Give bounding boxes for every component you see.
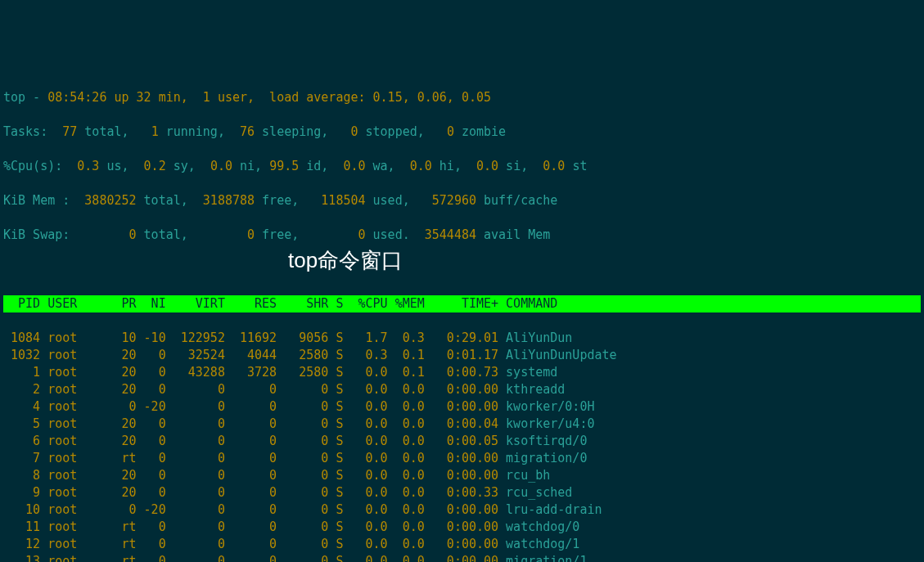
process-command: migration/1 [506,554,587,562]
column-header[interactable]: PID USER PR NI VIRT RES SHR S %CPU %MEM … [3,295,921,312]
process-command: rcu_sched [506,485,572,500]
process-row[interactable]: 4 root 0 -20 0 0 0 S 0.0 0.0 0:00.00 kwo… [3,398,921,416]
process-stats: 12 root rt 0 0 0 0 S 0.0 0.0 0:00.00 [3,537,506,551]
process-row[interactable]: 1032 root 20 0 32524 4044 2580 S 0.3 0.1… [3,347,921,364]
process-command: migration/0 [506,451,587,465]
process-stats: 11 root rt 0 0 0 0 S 0.0 0.0 0:00.00 [3,519,506,534]
process-stats: 8 root 20 0 0 0 0 S 0.0 0.0 0:00.00 [3,468,506,483]
mem-line: KiB Mem : 3880252 total, 3188788 free, 1… [3,192,921,209]
uptime-line: top - 08:54:26 up 32 min, 1 user, load a… [3,89,921,106]
process-stats: 5 root 20 0 0 0 0 S 0.0 0.0 0:00.04 [3,416,506,431]
process-stats: 1 root 20 0 43288 3728 2580 S 0.0 0.1 0:… [3,365,506,380]
process-row[interactable]: 13 root rt 0 0 0 0 S 0.0 0.0 0:00.00 mig… [3,553,921,562]
cpu-line: %Cpu(s): 0.3 us, 0.2 sy, 0.0 ni, 99.5 id… [3,158,921,175]
process-command: lru-add-drain [506,502,602,517]
process-command: kworker/0:0H [506,399,594,414]
process-command: systemd [506,365,557,380]
process-row[interactable]: 6 root 20 0 0 0 0 S 0.0 0.0 0:00.05 ksof… [3,433,921,450]
process-stats: 9 root 20 0 0 0 0 S 0.0 0.0 0:00.33 [3,485,506,500]
process-row[interactable]: 2 root 20 0 0 0 0 S 0.0 0.0 0:00.00 kthr… [3,381,921,398]
process-command: kworker/u4:0 [506,416,594,431]
process-stats: 10 root 0 -20 0 0 0 S 0.0 0.0 0:00.00 [3,502,506,517]
process-row[interactable]: 1084 root 10 -10 122952 11692 9056 S 1.7… [3,330,921,347]
process-row[interactable]: 10 root 0 -20 0 0 0 S 0.0 0.0 0:00.00 lr… [3,501,921,519]
process-command: AliYunDunUpdate [506,348,616,362]
process-row[interactable]: 7 root rt 0 0 0 0 S 0.0 0.0 0:00.00 migr… [3,450,921,467]
process-row[interactable]: 12 root rt 0 0 0 0 S 0.0 0.0 0:00.00 wat… [3,536,921,553]
process-row[interactable]: 11 root rt 0 0 0 0 S 0.0 0.0 0:00.00 wat… [3,519,921,536]
process-command: watchdog/0 [506,519,579,534]
process-command: watchdog/1 [506,537,579,551]
process-stats: 4 root 0 -20 0 0 0 S 0.0 0.0 0:00.00 [3,399,506,414]
swap-line: KiB Swap: 0 total, 0 free, 0 used. 35444… [3,227,921,244]
process-stats: 6 root 20 0 0 0 0 S 0.0 0.0 0:00.05 [3,434,506,448]
process-stats: 13 root rt 0 0 0 0 S 0.0 0.0 0:00.00 [3,554,506,562]
process-row[interactable]: 1 root 20 0 43288 3728 2580 S 0.0 0.1 0:… [3,364,921,381]
terminal-output[interactable]: top - 08:54:26 up 32 min, 1 user, load a… [0,69,924,562]
process-stats: 1084 root 10 -10 122952 11692 9056 S 1.7… [3,330,506,345]
process-command: kthreadd [506,382,565,397]
process-stats: 7 root rt 0 0 0 0 S 0.0 0.0 0:00.00 [3,451,506,465]
process-command: rcu_bh [506,468,550,483]
process-row[interactable]: 9 root 20 0 0 0 0 S 0.0 0.0 0:00.33 rcu_… [3,484,921,501]
tasks-line: Tasks: 77 total, 1 running, 76 sleeping,… [3,124,921,141]
process-command: AliYunDun [506,330,572,345]
process-row[interactable]: 5 root 20 0 0 0 0 S 0.0 0.0 0:00.04 kwor… [3,416,921,433]
process-stats: 1032 root 20 0 32524 4044 2580 S 0.3 0.1… [3,348,506,362]
process-stats: 2 root 20 0 0 0 0 S 0.0 0.0 0:00.00 [3,382,506,397]
process-command: ksoftirqd/0 [506,434,587,448]
process-row[interactable]: 8 root 20 0 0 0 0 S 0.0 0.0 0:00.00 rcu_… [3,467,921,484]
process-list[interactable]: 1084 root 10 -10 122952 11692 9056 S 1.7… [3,330,921,562]
blank-line [3,261,921,278]
